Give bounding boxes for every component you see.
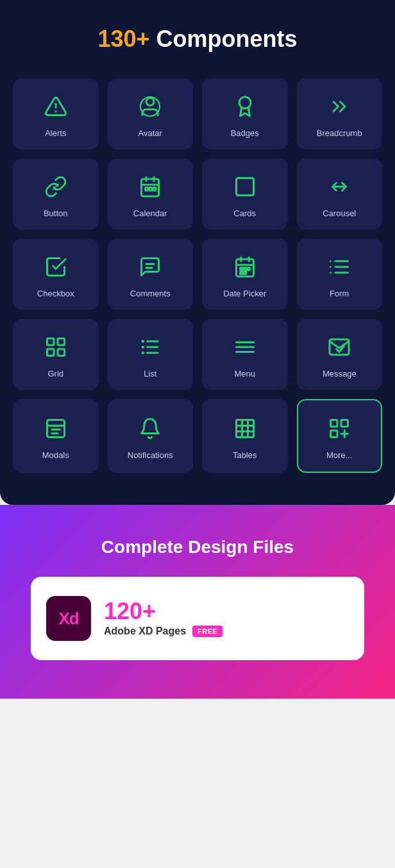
svg-rect-55 — [341, 420, 348, 427]
card-label-cards: Cards — [233, 208, 256, 218]
card-form[interactable]: Form — [297, 239, 383, 310]
list-icon — [137, 334, 163, 360]
arrows-lr-icon — [326, 174, 352, 200]
components-section: 130+ Components Alerts Avatar Badges — [0, 0, 395, 505]
award-icon — [232, 94, 258, 119]
grid-icon — [43, 334, 69, 360]
card-comments[interactable]: Comments — [108, 239, 194, 310]
check-square-icon — [43, 254, 69, 280]
card-label-more: More... — [326, 450, 352, 460]
card-badges[interactable]: Badges — [202, 78, 288, 149]
card-modals[interactable]: Modals — [13, 399, 99, 473]
card-label-modals: Modals — [42, 450, 69, 460]
user-circle-icon — [137, 94, 163, 119]
card-label-tables: Tables — [233, 450, 257, 460]
menu-icon — [232, 334, 258, 360]
card-menu[interactable]: Menu — [202, 319, 288, 390]
card-carousel[interactable]: Carousel — [297, 158, 383, 230]
svg-rect-49 — [236, 420, 253, 438]
xd-icon: Xd — [46, 596, 91, 641]
card-label-calendar: Calendar — [133, 208, 167, 218]
svg-rect-11 — [149, 188, 153, 191]
svg-rect-23 — [248, 268, 250, 271]
calendar-grid-icon — [232, 254, 258, 280]
card-datepicker[interactable]: Date Picker — [202, 239, 288, 310]
svg-rect-13 — [236, 178, 253, 196]
svg-rect-54 — [331, 420, 338, 427]
svg-rect-24 — [240, 272, 242, 275]
svg-rect-21 — [240, 268, 242, 271]
design-count: 120+ — [104, 600, 223, 623]
grid-plus-icon — [326, 416, 352, 441]
title-text: Components — [156, 26, 298, 52]
message-lines-icon — [137, 254, 163, 280]
svg-point-2 — [146, 98, 154, 106]
card-grid[interactable]: Grid — [13, 319, 99, 390]
card-label-menu: Menu — [234, 369, 255, 379]
card-label-avatar: Avatar — [139, 128, 162, 138]
design-description: Adobe XD Pages FREE — [104, 625, 223, 637]
svg-point-41 — [142, 352, 145, 355]
card-label-badges: Badges — [231, 128, 259, 138]
chevrons-right-icon — [326, 94, 352, 119]
card-label-notifications: Notifications — [128, 450, 173, 460]
link-icon — [43, 174, 69, 200]
card-label-list: List — [144, 369, 156, 379]
card-label-datepicker: Date Picker — [223, 289, 266, 298]
card-message[interactable]: Message — [297, 319, 383, 390]
card-label-breadcrumb: Breadcrumb — [317, 128, 362, 138]
card-label-message: Message — [323, 369, 357, 379]
card-cards[interactable]: Cards — [202, 158, 288, 230]
design-info: 120+ Adobe XD Pages FREE — [104, 600, 223, 637]
card-list[interactable]: List — [108, 319, 194, 390]
free-badge: FREE — [192, 625, 223, 637]
card-label-comments: Comments — [130, 289, 171, 298]
alert-triangle-icon — [43, 94, 69, 119]
card-calendar[interactable]: Calendar — [108, 158, 194, 230]
mail-check-icon — [326, 334, 352, 360]
svg-point-39 — [142, 340, 145, 343]
card-button[interactable]: Button — [13, 158, 99, 230]
design-title: Complete Design Files — [19, 537, 376, 557]
card-label-grid: Grid — [47, 369, 63, 379]
svg-rect-34 — [47, 349, 54, 356]
card-notifications[interactable]: Notifications — [108, 399, 194, 473]
svg-rect-10 — [146, 188, 149, 191]
card-label-checkbox: Checkbox — [37, 289, 74, 298]
svg-rect-35 — [58, 349, 65, 356]
svg-rect-32 — [47, 339, 54, 346]
svg-rect-12 — [153, 188, 156, 191]
calendar-icon — [137, 174, 163, 200]
layout-text-icon — [43, 416, 69, 441]
design-section: FREE Complete Design Files Xd 120+ Adobe… — [0, 505, 395, 699]
svg-rect-25 — [244, 272, 246, 275]
xd-text: Xd — [58, 609, 78, 629]
card-label-button: Button — [44, 208, 68, 218]
svg-rect-22 — [244, 268, 246, 271]
card-label-alerts: Alerts — [45, 128, 66, 138]
components-grid: Alerts Avatar Badges Breadcrumb — [13, 78, 382, 473]
count-highlight: 130+ — [97, 26, 149, 52]
card-label-form: Form — [330, 289, 349, 298]
table-icon — [232, 416, 258, 441]
design-desc-text: Adobe XD Pages — [104, 625, 186, 637]
bell-icon — [137, 416, 163, 441]
card-checkbox[interactable]: Checkbox — [13, 239, 99, 310]
svg-rect-33 — [58, 339, 65, 346]
card-more[interactable]: More... — [297, 399, 383, 473]
list-lines-icon — [326, 254, 352, 280]
svg-point-40 — [142, 346, 145, 349]
card-alerts[interactable]: Alerts — [13, 78, 99, 149]
design-card: Xd 120+ Adobe XD Pages FREE — [31, 577, 364, 660]
card-avatar[interactable]: Avatar — [108, 78, 194, 149]
svg-rect-56 — [331, 430, 338, 438]
card-label-carousel: Carousel — [323, 208, 356, 218]
card-tables[interactable]: Tables — [202, 399, 288, 473]
square-icon — [232, 174, 258, 200]
section-title: 130+ Components — [13, 26, 382, 53]
card-breadcrumb[interactable]: Breadcrumb — [297, 78, 383, 149]
